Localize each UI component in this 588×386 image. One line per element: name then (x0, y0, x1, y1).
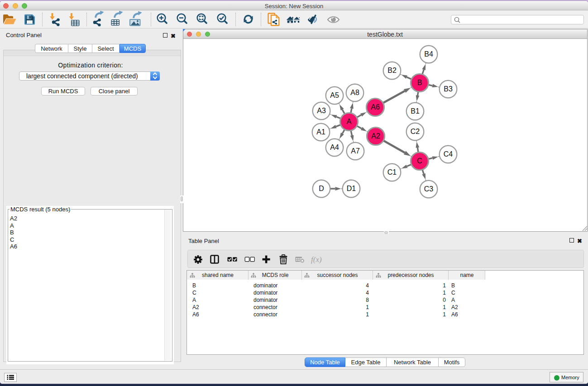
svg-text:C3: C3 (424, 185, 434, 193)
svg-text:C4: C4 (444, 150, 453, 158)
svg-text:A: A (347, 118, 352, 125)
svg-text:B3: B3 (444, 85, 453, 93)
svg-text:B4: B4 (424, 50, 433, 58)
svg-text:A4: A4 (330, 143, 339, 151)
svg-text:A6: A6 (371, 103, 380, 111)
svg-text:A8: A8 (350, 89, 359, 96)
svg-text:B: B (417, 79, 422, 86)
svg-text:C2: C2 (411, 128, 420, 135)
svg-text:A3: A3 (317, 107, 326, 114)
svg-text:B1: B1 (411, 107, 420, 115)
svg-text:D1: D1 (347, 185, 356, 192)
svg-text:D: D (319, 185, 324, 192)
svg-text:A1: A1 (316, 128, 325, 136)
svg-text:A5: A5 (330, 91, 339, 99)
svg-text:B2: B2 (387, 67, 397, 74)
svg-text:A2: A2 (371, 132, 380, 140)
svg-text:C: C (417, 157, 422, 165)
svg-text:A7: A7 (351, 147, 360, 155)
svg-text:C1: C1 (387, 168, 397, 176)
